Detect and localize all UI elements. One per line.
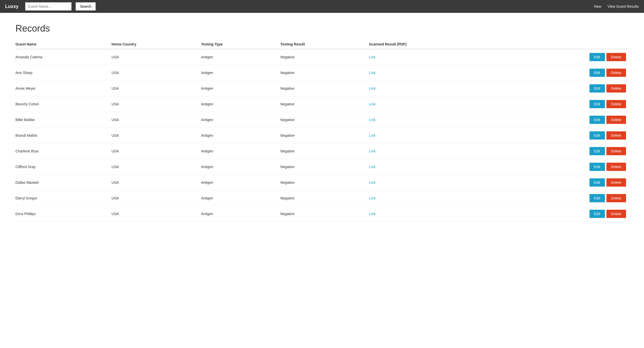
table-row: Amanda Colema USA Antigen Negative Link … (15, 49, 629, 65)
cell-pdf-link[interactable]: Link (369, 112, 500, 128)
edit-button[interactable]: Edit (589, 194, 605, 202)
edit-button[interactable]: Edit (589, 69, 605, 77)
cell-actions: Edit Delete (500, 206, 629, 222)
delete-button[interactable]: Delete (606, 53, 626, 61)
cell-testing-result: Negative (280, 159, 369, 175)
cell-guest-name: Annie Meyer (15, 81, 112, 96)
cell-testing-result: Negative (280, 81, 369, 96)
cell-testing-result: Negative (280, 65, 369, 81)
delete-button[interactable]: Delete (606, 100, 626, 108)
cell-guest-name: Charlene Brya (15, 143, 112, 159)
cell-home-country: USA (112, 143, 201, 159)
cell-testing-result: Negative (280, 128, 369, 143)
cell-testing-result: Negative (280, 143, 369, 159)
cell-pdf-link[interactable]: Link (369, 190, 500, 206)
cell-home-country: USA (112, 190, 201, 206)
col-header-guest-name: Guest Name (15, 40, 112, 49)
cell-guest-name: Ann Sharp (15, 65, 112, 81)
delete-button[interactable]: Delete (606, 84, 626, 93)
cell-guest-name: Dora Phillips (15, 206, 112, 222)
delete-button[interactable]: Delete (606, 194, 626, 202)
cell-testing-type: Antigen (201, 81, 280, 96)
table-row: Brandi Mathis USA Antigen Negative Link … (15, 128, 629, 143)
delete-button[interactable]: Delete (606, 163, 626, 171)
edit-button[interactable]: Edit (589, 131, 605, 140)
cell-testing-result: Negative (280, 175, 369, 190)
cell-home-country: USA (112, 206, 201, 222)
cell-actions: Edit Delete (500, 112, 629, 128)
cell-home-country: USA (112, 112, 201, 128)
edit-button[interactable]: Edit (589, 84, 605, 93)
cell-guest-name: Clifford Gray (15, 159, 112, 175)
edit-button[interactable]: Edit (589, 210, 605, 218)
search-input[interactable] (25, 2, 71, 11)
cell-home-country: USA (112, 159, 201, 175)
cell-actions: Edit Delete (500, 65, 629, 81)
cell-testing-result: Negative (280, 49, 369, 65)
cell-pdf-link[interactable]: Link (369, 49, 500, 65)
table-header: Guest Name Home Country Testing Type Tes… (15, 40, 629, 49)
cell-testing-result: Negative (280, 96, 369, 112)
cell-testing-type: Antigen (201, 190, 280, 206)
brand-logo[interactable]: Luxxy (5, 4, 19, 9)
cell-testing-type: Antigen (201, 159, 280, 175)
cell-guest-name: Beverly Cohen (15, 96, 112, 112)
cell-guest-name: Dallas Maxwel (15, 175, 112, 190)
table-row: Darryl Gregor USA Antigen Negative Link … (15, 190, 629, 206)
cell-testing-type: Antigen (201, 175, 280, 190)
nav-link-view-guest-results[interactable]: View Guest Results (607, 4, 639, 8)
delete-button[interactable]: Delete (606, 69, 626, 77)
main-content: Records Guest Name Home Country Testing … (0, 13, 644, 232)
col-header-testing-result: Testing Result (280, 40, 369, 49)
cell-actions: Edit Delete (500, 128, 629, 143)
delete-button[interactable]: Delete (606, 147, 626, 155)
cell-pdf-link[interactable]: Link (369, 96, 500, 112)
cell-testing-type: Antigen (201, 65, 280, 81)
cell-pdf-link[interactable]: Link (369, 175, 500, 190)
cell-actions: Edit Delete (500, 175, 629, 190)
cell-testing-result: Negative (280, 190, 369, 206)
cell-pdf-link[interactable]: Link (369, 206, 500, 222)
delete-button[interactable]: Delete (606, 116, 626, 124)
cell-pdf-link[interactable]: Link (369, 128, 500, 143)
cell-home-country: USA (112, 81, 201, 96)
cell-testing-type: Antigen (201, 112, 280, 128)
navbar: Luxxy Search New View Guest Results (0, 0, 644, 13)
cell-actions: Edit Delete (500, 143, 629, 159)
table-row: Beverly Cohen USA Antigen Negative Link … (15, 96, 629, 112)
delete-button[interactable]: Delete (606, 131, 626, 140)
col-header-testing-type: Testing Type (201, 40, 280, 49)
edit-button[interactable]: Edit (589, 53, 605, 61)
edit-button[interactable]: Edit (589, 147, 605, 155)
cell-guest-name: Brandi Mathis (15, 128, 112, 143)
cell-testing-type: Antigen (201, 128, 280, 143)
search-button[interactable]: Search (76, 2, 96, 11)
records-table: Guest Name Home Country Testing Type Tes… (15, 40, 629, 222)
cell-testing-type: Antigen (201, 49, 280, 65)
nav-link-new[interactable]: New (594, 4, 601, 8)
cell-testing-type: Antigen (201, 206, 280, 222)
col-header-actions (500, 40, 629, 49)
cell-guest-name: Amanda Colema (15, 49, 112, 65)
cell-home-country: USA (112, 49, 201, 65)
navbar-right-links: New View Guest Results (594, 4, 639, 8)
delete-button[interactable]: Delete (606, 178, 626, 187)
edit-button[interactable]: Edit (589, 178, 605, 187)
cell-guest-name: Billie Baldwi (15, 112, 112, 128)
delete-button[interactable]: Delete (606, 210, 626, 218)
edit-button[interactable]: Edit (589, 100, 605, 108)
cell-home-country: USA (112, 65, 201, 81)
edit-button[interactable]: Edit (589, 163, 605, 171)
edit-button[interactable]: Edit (589, 116, 605, 124)
cell-pdf-link[interactable]: Link (369, 159, 500, 175)
table-row: Billie Baldwi USA Antigen Negative Link … (15, 112, 629, 128)
table-row: Dora Phillips USA Antigen Negative Link … (15, 206, 629, 222)
table-row: Dallas Maxwel USA Antigen Negative Link … (15, 175, 629, 190)
cell-pdf-link[interactable]: Link (369, 143, 500, 159)
cell-pdf-link[interactable]: Link (369, 81, 500, 96)
table-row: Ann Sharp USA Antigen Negative Link Edit… (15, 65, 629, 81)
cell-home-country: USA (112, 128, 201, 143)
cell-pdf-link[interactable]: Link (369, 65, 500, 81)
cell-actions: Edit Delete (500, 159, 629, 175)
table-row: Annie Meyer USA Antigen Negative Link Ed… (15, 81, 629, 96)
